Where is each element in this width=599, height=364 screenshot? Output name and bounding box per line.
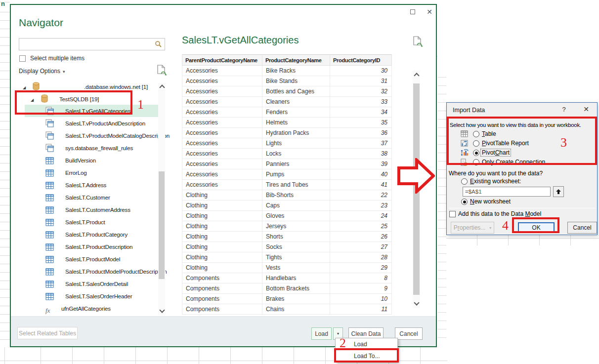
table-row: AccessoriesFenders34 bbox=[182, 107, 392, 118]
pivottable-report-radio[interactable] bbox=[473, 140, 479, 147]
table-cell: Accessories bbox=[182, 86, 262, 97]
tree-item[interactable]: SalesLT.Address bbox=[19, 179, 158, 191]
tree-scrollbar[interactable] bbox=[158, 83, 165, 315]
option-pivottable-report[interactable]: PivotTable Report bbox=[447, 140, 597, 148]
search-input[interactable] bbox=[21, 39, 152, 49]
tree-item[interactable]: SalesLT.CustomerAddress bbox=[19, 203, 158, 216]
menu-item-load-to[interactable]: Load To... bbox=[336, 350, 397, 362]
pivotchart-radio[interactable] bbox=[473, 150, 479, 156]
tree-item[interactable]: fxufnGetAllCategories bbox=[19, 302, 158, 315]
tree-item-label: SalesLT.ProductCategory bbox=[65, 231, 128, 238]
function-icon: fx bbox=[45, 307, 50, 314]
data-model-checkbox[interactable] bbox=[449, 211, 456, 217]
scroll-up-icon[interactable] bbox=[414, 73, 418, 77]
existing-worksheet-option[interactable]: Existing worksheet: bbox=[447, 178, 597, 186]
table-cell: Lights bbox=[262, 138, 330, 149]
select-multiple-checkbox[interactable] bbox=[19, 55, 26, 62]
table-cell: 8 bbox=[330, 273, 392, 283]
expand-arrow-icon[interactable]: ◢ bbox=[23, 85, 26, 90]
tree-item[interactable]: sys.database_firewall_rules bbox=[19, 142, 158, 154]
maximize-button[interactable] bbox=[406, 6, 419, 18]
help-button[interactable]: ? bbox=[558, 106, 569, 113]
data-model-option[interactable]: Add this data to the Data Model bbox=[449, 210, 541, 217]
tree-scrollbar-thumb[interactable] bbox=[159, 171, 165, 279]
tree-item-label: SalesLT.SalesOrderHeader bbox=[65, 293, 132, 299]
option-only-create-connection[interactable]: Only Create Connection bbox=[447, 159, 597, 167]
table-cell: 9 bbox=[330, 283, 392, 294]
tree-item[interactable]: ◢.database.windows.net [1] bbox=[19, 80, 158, 92]
table-cell: Cleaners bbox=[262, 97, 330, 107]
table-icon bbox=[45, 245, 54, 252]
tree-item-label: SalesLT.Product bbox=[65, 219, 105, 225]
tree-item[interactable]: ErrorLog bbox=[19, 166, 158, 179]
only-create-connection-radio[interactable] bbox=[473, 159, 479, 165]
new-worksheet-option[interactable]: New worksheet bbox=[447, 198, 597, 206]
expand-arrow-icon[interactable]: ◢ bbox=[31, 98, 34, 102]
table-cell: Accessories bbox=[182, 66, 262, 76]
tree-item[interactable]: SalesLT.SalesOrderDetail bbox=[19, 278, 158, 290]
existing-worksheet-radio[interactable] bbox=[461, 178, 468, 185]
properties-button[interactable]: Properties... ▾ bbox=[451, 222, 494, 234]
cancel-button[interactable]: Cancel bbox=[395, 327, 423, 340]
tree-item[interactable]: ◢TestSQLDB [19] bbox=[19, 92, 158, 105]
cell-reference-input[interactable]: =$A$1 bbox=[463, 187, 551, 197]
table-cell: Pumps bbox=[262, 169, 330, 180]
table-row: ClothingVests29 bbox=[182, 263, 392, 273]
excel-grid-right bbox=[446, 235, 599, 245]
ok-button[interactable]: OK bbox=[518, 222, 555, 233]
screenshot-root: n w ✕ Navigator Select multiple items Di… bbox=[0, 0, 599, 364]
table-cell: Accessories bbox=[182, 128, 262, 138]
scroll-up-icon[interactable] bbox=[160, 84, 164, 88]
search-box[interactable] bbox=[19, 38, 165, 50]
select-related-tables-button[interactable]: Select Related Tables bbox=[17, 327, 78, 339]
scroll-down-icon[interactable] bbox=[160, 309, 164, 313]
existing-worksheet-label: Existing worksheet: bbox=[470, 178, 521, 185]
table-cell: 22 bbox=[330, 190, 392, 201]
table-cell: Socks bbox=[262, 242, 330, 252]
scroll-down-icon[interactable] bbox=[414, 301, 418, 305]
table-row: AccessoriesBike Racks30 bbox=[182, 66, 392, 76]
table-row: AccessoriesCleaners33 bbox=[182, 97, 392, 107]
option-label: PivotChart bbox=[481, 149, 511, 156]
table-cell: 40 bbox=[330, 169, 392, 180]
tree-item[interactable]: SalesLT.Product bbox=[19, 216, 158, 228]
tree-item[interactable]: SalesLT.ProductCategory bbox=[19, 228, 158, 241]
import-intro-label: Select how you want to view this data in… bbox=[450, 122, 581, 128]
display-options-dropdown[interactable]: Display Options▾ bbox=[19, 68, 65, 75]
preview-scrollbar-thumb[interactable] bbox=[413, 83, 420, 295]
tree-item[interactable]: SalesLT.ProductDescription bbox=[19, 241, 158, 253]
table-row: AccessoriesHydration Packs36 bbox=[182, 128, 392, 138]
table-cell: 11 bbox=[330, 304, 392, 315]
new-worksheet-radio[interactable] bbox=[461, 199, 468, 205]
collapse-dialog-button[interactable] bbox=[553, 186, 564, 197]
tree-item[interactable]: SalesLT.ProductModel bbox=[19, 253, 158, 265]
tree-item[interactable]: BuildVersion bbox=[19, 154, 158, 166]
table-cell: Tires and Tubes bbox=[262, 180, 330, 190]
close-button[interactable]: ✕ bbox=[423, 6, 436, 18]
tree-item-label: SalesLT.ProductModel bbox=[65, 256, 120, 262]
tree-item[interactable]: SalesLT.ProductModelProductDescription bbox=[19, 265, 158, 278]
cancel-button[interactable]: Cancel bbox=[567, 222, 597, 234]
excel-grid-middle bbox=[438, 69, 446, 346]
tree-item[interactable]: SalesLT.vGetAllCategories bbox=[19, 105, 158, 117]
table-cell: Accessories bbox=[182, 180, 262, 190]
preview-refresh-icon[interactable] bbox=[412, 36, 423, 49]
close-button[interactable]: ✕ bbox=[580, 105, 593, 113]
tree-item[interactable]: SalesLT.Customer bbox=[19, 191, 158, 203]
option-table[interactable]: Table bbox=[447, 130, 597, 139]
search-icon bbox=[155, 40, 162, 50]
view-icon bbox=[45, 122, 54, 128]
table-icon bbox=[45, 184, 54, 190]
refresh-icon[interactable] bbox=[156, 64, 167, 78]
tree-item[interactable]: SalesLT.vProductAndDescription bbox=[19, 117, 158, 129]
tree-item[interactable]: SalesLT.SalesOrderHeader bbox=[19, 290, 158, 302]
load-button[interactable]: Load bbox=[311, 327, 332, 340]
menu-item-load[interactable]: Load bbox=[336, 338, 397, 350]
tree-item[interactable]: SalesLT.vProductModelCatalogDescription bbox=[19, 129, 158, 142]
tree-item-label: SalesLT.CustomerAddress bbox=[65, 206, 130, 213]
table-radio[interactable] bbox=[473, 131, 479, 137]
option-pivotchart[interactable]: PivotChart bbox=[447, 149, 597, 158]
table-cell: 29 bbox=[330, 263, 392, 273]
table-row: ClothingShorts26 bbox=[182, 232, 392, 242]
preview-scrollbar[interactable] bbox=[413, 70, 420, 308]
